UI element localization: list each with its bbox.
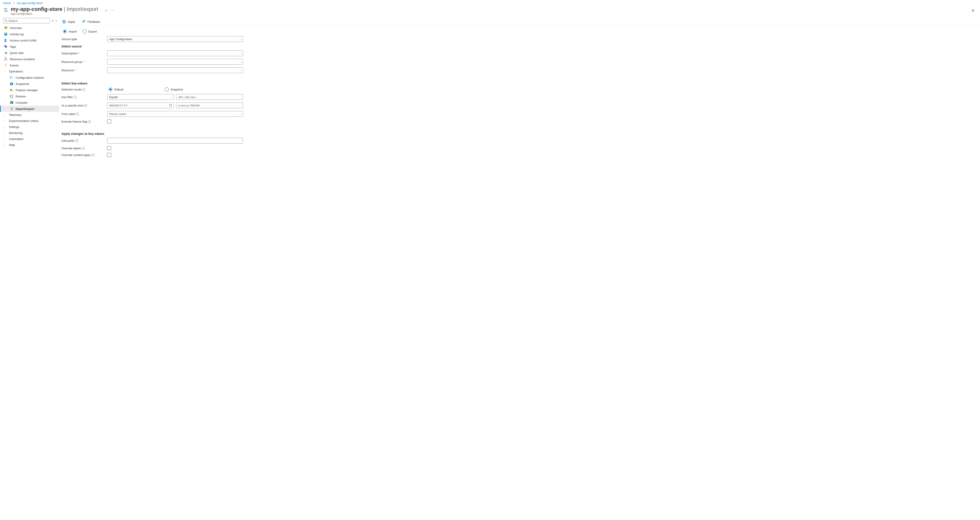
sidebar-group-monitoring[interactable]: › Monitoring — [0, 130, 59, 136]
sidebar-group-telemetry[interactable]: › Telemetry — [0, 112, 59, 118]
breadcrumb-resource[interactable]: my-app-config-store — [17, 2, 43, 5]
sidebar-item-compare[interactable]: Compare — [0, 99, 59, 106]
sidebar-item-quick-start[interactable]: Quick start — [0, 50, 59, 56]
apply-changes-title: Apply changes to key-values — [62, 132, 304, 136]
apply-button[interactable]: Apply — [62, 19, 76, 24]
sidebar-group-experimentation[interactable]: › Experimentation (New) — [0, 118, 59, 124]
svg-rect-5 — [5, 33, 7, 33]
close-icon[interactable]: ✕ — [969, 7, 977, 14]
sidebar-item-snapshots[interactable]: Snapshots — [0, 81, 59, 87]
sidebar-group-settings[interactable]: › Settings — [0, 124, 59, 130]
sidebar-item-resource-visualizer[interactable]: Resource visualizer — [0, 56, 59, 62]
radio-selection-snapshot[interactable]: Snapshot — [165, 88, 216, 91]
chevron-down-icon: ⌄ — [239, 113, 241, 115]
feature-manager-icon — [10, 88, 13, 92]
svg-point-0 — [5, 20, 7, 21]
svg-point-13 — [10, 76, 11, 77]
favorite-icon[interactable]: ☆ — [105, 8, 108, 13]
compare-icon — [10, 101, 13, 104]
svg-line-1 — [6, 21, 7, 22]
source-type-select[interactable]: App Configuration ⌄ — [107, 36, 243, 42]
resource-select[interactable]: ⌄ — [107, 67, 243, 73]
resource-group-label: Resource group * — [62, 60, 107, 64]
sidebar-search[interactable] — [3, 18, 50, 23]
radio-export[interactable]: Export — [83, 29, 97, 33]
from-label-select[interactable]: Please select ⌄ — [107, 111, 243, 117]
import-export-icon — [3, 7, 8, 13]
exclude-feature-flag-checkbox[interactable] — [107, 120, 111, 123]
svg-rect-24 — [11, 101, 12, 104]
chevron-down-icon: ⌄ — [239, 61, 241, 63]
info-icon[interactable]: i — [88, 120, 91, 123]
info-icon[interactable]: i — [84, 104, 87, 107]
config-explorer-icon — [10, 76, 13, 79]
sidebar-item-import-export[interactable]: Import/export — [0, 106, 59, 112]
more-icon[interactable]: ⋯ — [111, 8, 115, 13]
sidebar-item-overview[interactable]: Overview — [0, 25, 59, 31]
page-subtitle: App Configuration — [11, 12, 98, 15]
override-labels-label: Override labels i — [62, 147, 107, 150]
chevron-down-icon: ⌄ — [239, 69, 241, 72]
chevron-right-icon: › — [4, 132, 7, 134]
collapse-icon[interactable]: « — [56, 19, 57, 22]
key-filter-operator-select[interactable]: Equals ⌄ — [107, 94, 174, 100]
resource-visualizer-icon — [4, 57, 8, 61]
mode-radio-group: Import Export — [62, 29, 304, 36]
info-icon[interactable]: i — [75, 139, 78, 142]
svg-rect-16 — [11, 78, 13, 78]
info-icon[interactable]: i — [92, 153, 94, 156]
sidebar-item-feature-manager[interactable]: Feature manager — [0, 87, 59, 93]
main-content: Apply Feedback Import Export — [59, 18, 980, 162]
info-icon[interactable]: i — [82, 147, 84, 150]
sidebar-item-events[interactable]: Events — [0, 62, 59, 69]
svg-rect-6 — [5, 34, 7, 34]
svg-rect-3 — [5, 27, 7, 27]
svg-rect-14 — [11, 77, 13, 77]
feedback-button[interactable]: Feedback — [81, 19, 101, 24]
sidebar-item-iam[interactable]: Access control (IAM) — [0, 37, 59, 43]
breadcrumb-home[interactable]: Home — [3, 2, 11, 5]
sidebar-item-configuration-explorer[interactable]: Configuration explorer — [0, 75, 59, 81]
radio-selection-default[interactable]: Default — [108, 88, 160, 91]
override-labels-checkbox[interactable] — [107, 146, 111, 150]
time-input[interactable] — [176, 102, 243, 108]
iam-icon — [4, 38, 8, 42]
info-icon[interactable]: i — [74, 96, 76, 99]
sidebar-item-tags[interactable]: Tags — [0, 43, 59, 50]
chevron-down-icon: ⌄ — [170, 96, 172, 98]
add-prefix-input[interactable] — [107, 138, 243, 144]
info-icon[interactable]: i — [83, 88, 85, 91]
sidebar-item-activity-log[interactable]: Activity log — [0, 31, 59, 37]
page-title: my-app-config-store | Import/export — [11, 6, 98, 12]
radio-import[interactable]: Import — [63, 29, 77, 33]
select-source-title: Select source — [62, 45, 304, 48]
info-icon[interactable]: i — [76, 113, 79, 115]
sort-icon[interactable]: ⇅ — [52, 20, 54, 22]
svg-rect-19 — [11, 83, 12, 83]
override-content-types-label: Override content types i — [62, 153, 107, 157]
svg-point-9 — [5, 45, 5, 46]
sidebar-group-operations[interactable]: ⌄ Operations — [0, 69, 59, 75]
search-icon — [5, 19, 8, 22]
sidebar-group-automation[interactable]: › Automation — [0, 136, 59, 142]
svg-rect-2 — [4, 27, 7, 29]
resource-group-select[interactable]: ⌄ — [107, 59, 243, 65]
sidebar-item-restore[interactable]: Restore — [0, 93, 59, 99]
override-content-types-checkbox[interactable] — [107, 153, 111, 157]
chevron-down-icon: ⌄ — [239, 38, 241, 40]
date-input[interactable] — [107, 102, 174, 108]
chevron-down-icon: ⌄ — [239, 52, 241, 54]
restore-icon — [10, 94, 13, 98]
svg-point-18 — [11, 83, 12, 85]
overview-icon — [4, 26, 8, 30]
chevron-right-icon: › — [4, 120, 7, 122]
svg-rect-25 — [63, 20, 65, 21]
calendar-icon[interactable] — [169, 104, 172, 107]
subscription-select[interactable]: ⌄ — [107, 50, 243, 56]
selection-mode-label: Selection mode i — [62, 88, 107, 91]
sidebar-group-help[interactable]: › Help — [0, 142, 59, 148]
sidebar-search-input[interactable] — [8, 19, 49, 22]
from-label-label: From label i — [62, 112, 107, 116]
exclude-feature-flag-label: Exclude feature flag i — [62, 120, 107, 123]
key-filter-value-input[interactable] — [176, 94, 243, 100]
